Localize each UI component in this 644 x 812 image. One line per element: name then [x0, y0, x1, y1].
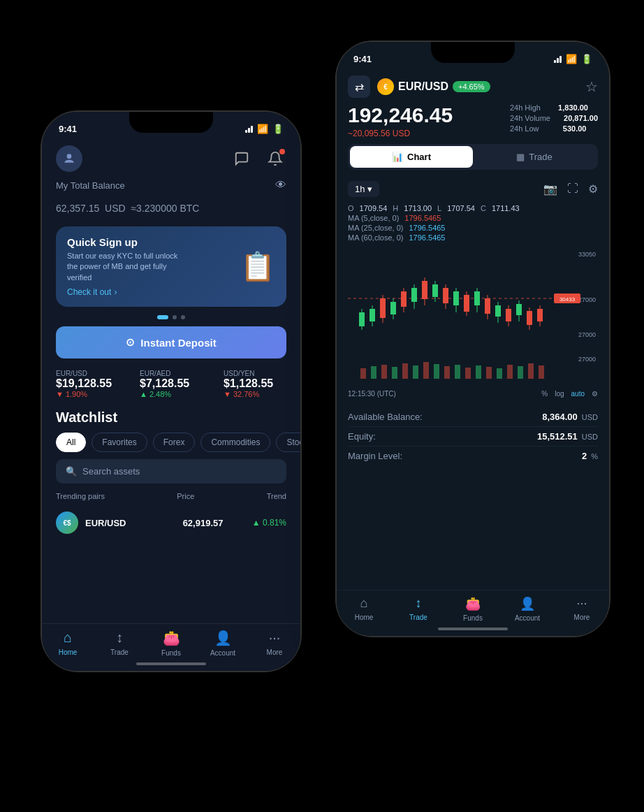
right-nav-home[interactable]: ⌂ Home [337, 596, 391, 622]
left-nav-more[interactable]: ··· More [249, 630, 300, 657]
candlestick-icon: 📊 [392, 152, 403, 162]
svg-rect-39 [516, 304, 522, 315]
pair-icon-eurusd: €$ [56, 512, 78, 534]
svg-rect-44 [360, 368, 366, 379]
search-assets-input[interactable]: 🔍 Search assets [56, 459, 286, 484]
account-info: Available Balance: 8,364.00 USD Equity: … [337, 402, 609, 471]
right-nav-funds[interactable]: 👛 Funds [446, 596, 500, 622]
right-battery-icon: 🔋 [581, 54, 592, 64]
filter-favorites[interactable]: Favorites [92, 433, 147, 452]
right-nav-trade[interactable]: ↕ Trade [391, 596, 446, 622]
deposit-button[interactable]: ⊙ Instant Deposit [56, 326, 286, 358]
notification-icon-btn[interactable] [264, 147, 286, 170]
dot-2 [173, 315, 177, 319]
kyc-banner[interactable]: Quick Sign up Start our easy KYC to full… [56, 226, 286, 307]
low-label: 24h Low [510, 124, 539, 133]
chart-area[interactable]: 33050 27000 27000 27000 30433 [348, 246, 598, 386]
svg-rect-50 [423, 362, 429, 379]
right-nav-more[interactable]: ··· More [555, 596, 609, 622]
left-nav-account[interactable]: 👤 Account [197, 630, 249, 657]
svg-rect-58 [507, 365, 513, 379]
chevron-icon: › [114, 287, 117, 297]
right-bottom-nav: ⌂ Home ↕ Trade 👛 Funds 👤 Account ··· [337, 590, 609, 636]
svg-rect-31 [474, 291, 480, 305]
swap-button[interactable]: ⇄ [348, 75, 370, 98]
more-icon: ··· [269, 630, 281, 646]
chart-time: 12:15:30 (UTC) [348, 390, 396, 398]
left-nav-trade[interactable]: ↕ Trade [94, 630, 145, 657]
pair-info: €$ EUR/USD [56, 512, 154, 534]
svg-point-0 [67, 154, 72, 159]
right-wifi-icon: 📶 [566, 54, 577, 64]
kyc-decorative-icon: 📋 [240, 250, 275, 283]
filter-forex[interactable]: Forex [153, 433, 196, 452]
svg-rect-51 [434, 364, 439, 379]
right-more-icon: ··· [576, 596, 587, 611]
equity-row: Equity: 15,512.51 USD [348, 427, 598, 447]
left-nav-funds[interactable]: 👛 Funds [145, 630, 197, 657]
filter-commodities[interactable]: Commodities [200, 433, 270, 452]
chart-settings-icon[interactable]: ⚙ [592, 390, 598, 398]
pair-price-eurusd: 62,919.57 [154, 518, 251, 528]
timeframe-select[interactable]: 1h ▾ [348, 181, 379, 197]
kyc-link[interactable]: Check it out › [67, 287, 179, 297]
main-price: 192,246.45 [348, 103, 453, 127]
auto-btn[interactable]: auto [571, 390, 585, 398]
avatar[interactable] [56, 145, 82, 172]
svg-rect-25 [443, 288, 448, 303]
right-nav-account-label: Account [515, 614, 540, 622]
right-nav-more-label: More [574, 614, 590, 621]
trade-icon: ↕ [116, 630, 123, 646]
high-value: 1,830.00 [546, 103, 588, 112]
timeframe-chevron: ▾ [367, 184, 372, 194]
svg-rect-61 [539, 365, 544, 379]
log-btn[interactable]: log [555, 390, 564, 398]
eye-icon[interactable]: 👁 [275, 179, 286, 191]
left-nav-home[interactable]: ⌂ Home [42, 630, 94, 657]
kyc-description: Start our easy KYC to full unlock the po… [67, 251, 179, 283]
kyc-title: Quick Sign up [67, 236, 179, 248]
balance-unit: USD [105, 203, 126, 214]
trending-header: Trending pairs Price Trend [42, 492, 300, 506]
chat-icon-btn[interactable] [230, 147, 253, 170]
search-placeholder: Search assets [82, 466, 140, 477]
svg-rect-19 [411, 288, 417, 302]
right-phone: 9:41 📶 🔋 ⇄ € EUR/USD +4.65% [337, 42, 609, 636]
trending-col-pairs: Trending pairs [56, 492, 105, 500]
filter-stocks[interactable]: Stocks [276, 433, 300, 452]
svg-rect-54 [465, 368, 471, 379]
settings-icon[interactable]: ⚙ [588, 182, 598, 196]
svg-text:27000: 27000 [578, 296, 596, 303]
balance-section: My Total Balance 👁 62,357.15 USD ≈3.2300… [42, 179, 300, 226]
price-item-2: USD/YEN $1,128.55 ▼ 32.76% [224, 370, 293, 398]
change-badge: +4.65% [453, 81, 490, 92]
right-signal-icon [554, 55, 562, 63]
expand-icon[interactable]: ⛶ [567, 182, 578, 196]
margin-value: 2 % [582, 451, 598, 461]
available-value: 8,364.00 USD [542, 412, 598, 422]
price-item-1: EUR/AED $7,128.55 ▲ 2.48% [140, 370, 210, 398]
ohlc-c: 1711.43 [492, 204, 520, 212]
svg-rect-57 [497, 368, 502, 379]
right-notch [431, 42, 515, 63]
trade-tab[interactable]: ▦ Trade [473, 146, 596, 168]
left-time: 9:41 [59, 124, 77, 134]
camera-icon[interactable]: 📷 [543, 182, 557, 196]
svg-text:27000: 27000 [578, 331, 596, 338]
signal-icon [245, 124, 253, 133]
svg-rect-56 [486, 367, 492, 379]
volume-label: 24h Volume [510, 114, 550, 122]
candlestick-svg: 33050 27000 27000 27000 30433 [348, 246, 598, 386]
watchlist-filters: All Favorites Forex Commodities Stocks [42, 433, 300, 452]
eur-coin-icon: € [377, 78, 394, 95]
trending-row-0[interactable]: €$ EUR/USD 62,919.57 ▲ 0.81% [42, 506, 300, 539]
filter-all[interactable]: All [56, 433, 86, 452]
svg-rect-59 [518, 366, 523, 379]
percent-btn[interactable]: % [541, 390, 548, 398]
chart-tab[interactable]: 📊 Chart [350, 146, 473, 168]
available-balance-row: Available Balance: 8,364.00 USD [348, 407, 598, 427]
left-bottom-nav: ⌂ Home ↕ Trade 👛 Funds 👤 Account ··· [42, 623, 300, 671]
ma5: 1796.5465 [404, 214, 441, 222]
right-nav-account[interactable]: 👤 Account [500, 596, 555, 622]
star-button[interactable]: ☆ [585, 78, 598, 95]
